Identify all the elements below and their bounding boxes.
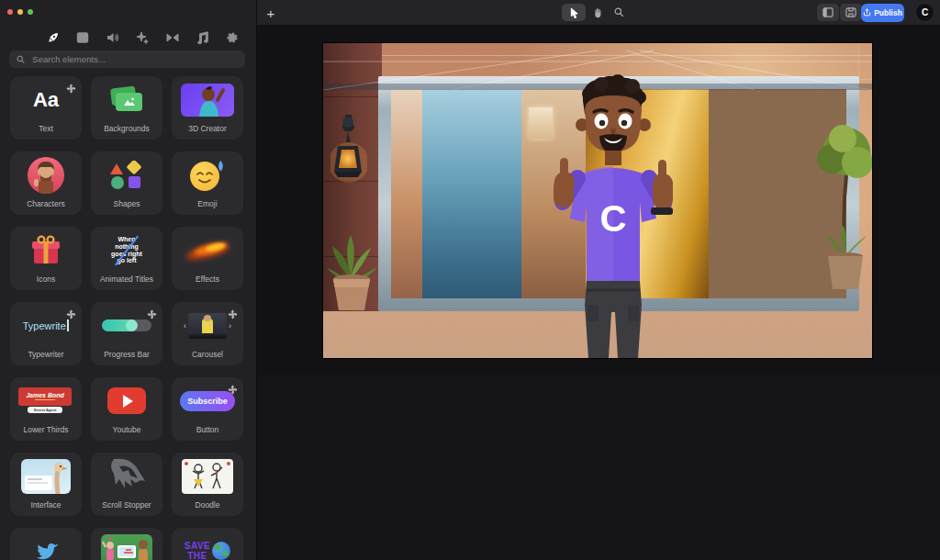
scroll-stopper-thumb (91, 454, 162, 498)
animated-title-sample: When nothing goes right go left (91, 229, 162, 272)
publish-button[interactable]: Publish (861, 4, 904, 22)
tab-elements[interactable] (45, 29, 62, 46)
card-youtube[interactable]: Youtube (91, 377, 162, 441)
card-label: Scroll Stopper (91, 500, 162, 510)
card-twitter[interactable] (10, 528, 82, 560)
card-animated-titles[interactable]: When nothing goes right go left Animated… (91, 227, 162, 290)
minimize-button[interactable] (17, 9, 23, 15)
search-input[interactable] (30, 53, 238, 65)
doodle-thumb (172, 454, 243, 498)
save-icon (845, 7, 856, 17)
tab-settings[interactable] (224, 29, 241, 46)
twitter-bird-icon (10, 530, 82, 560)
close-button[interactable] (7, 9, 13, 15)
card-save-planet[interactable]: SAVE THE (172, 528, 243, 560)
subscribe-button-sample: Subscribe (180, 391, 235, 411)
move-icon[interactable] (66, 307, 76, 323)
card-interface[interactable]: Interface (10, 453, 82, 516)
search-icon (17, 55, 25, 64)
card-label: 3D Creator (172, 124, 243, 133)
tab-files[interactable] (15, 29, 31, 46)
card-progress-bar[interactable]: Progress Bar (91, 302, 162, 365)
card-shapes[interactable]: Shapes (91, 151, 162, 215)
glass-door-left (422, 89, 521, 298)
characters-thumb (10, 153, 82, 196)
canvas-search-button[interactable] (610, 4, 627, 21)
lower-third-sample: James Bond Secret Agent (10, 379, 82, 422)
sidebar-tabs (15, 29, 241, 46)
move-icon[interactable] (228, 382, 238, 398)
card-carousel[interactable]: ‹ › Carousel (172, 302, 243, 365)
character-3d[interactable]: C (537, 73, 688, 358)
potted-tree-right (815, 117, 872, 314)
gift-icon (10, 229, 82, 272)
text-sample: Aa (33, 88, 59, 112)
card-label: Button (172, 425, 243, 434)
toggle-panel-button[interactable] (817, 4, 839, 21)
card-label: Characters (10, 199, 82, 208)
potted-plant-left (323, 231, 380, 314)
kids-template-thumb (91, 530, 162, 560)
select-tool-button[interactable] (562, 4, 586, 21)
card-button[interactable]: Subscribe Button (172, 377, 243, 441)
typewriter-sample: Typewrite (23, 320, 66, 331)
tab-music[interactable] (194, 29, 210, 46)
card-emoji[interactable]: Emoji (172, 151, 243, 215)
left-panel: Aa Text Backgrounds (0, 0, 257, 560)
scene-canvas[interactable]: C (323, 43, 872, 358)
card-label: Progress Bar (91, 350, 162, 359)
card-effects[interactable]: Effects (172, 227, 243, 290)
cursor-icon (569, 7, 579, 18)
interface-thumb (10, 454, 82, 498)
card-label: Doodle (172, 500, 243, 510)
window-controls (7, 9, 33, 15)
tab-effects[interactable] (134, 29, 151, 46)
element-search (9, 50, 245, 68)
backgrounds-icon (91, 78, 162, 121)
card-label: Backgrounds (91, 124, 162, 133)
move-icon[interactable] (147, 307, 157, 323)
chevron-left-icon: ‹ (184, 321, 186, 330)
card-label: Shapes (91, 199, 162, 208)
card-typewriter[interactable]: Typewrite Typewriter (10, 302, 82, 365)
tab-audio[interactable] (105, 29, 121, 46)
app-window: Aa Text Backgrounds (0, 0, 940, 560)
search-icon (614, 7, 624, 17)
card-kids-template[interactable] (91, 528, 162, 560)
card-label: Animated Titles (91, 274, 162, 284)
card-label: Lower Thirds (10, 425, 82, 434)
move-icon[interactable] (228, 307, 238, 323)
card-text[interactable]: Aa Text (10, 76, 82, 140)
move-icon[interactable] (66, 81, 76, 97)
card-lower-thirds[interactable]: James Bond Secret Agent Lower Thirds (10, 377, 82, 441)
card-doodle[interactable]: Doodle (172, 453, 243, 516)
emoji-icon (172, 153, 243, 196)
fire-effect-thumb (172, 229, 243, 272)
card-backgrounds[interactable]: Backgrounds (91, 76, 162, 140)
svg-text:C: C (600, 198, 627, 239)
tab-templates[interactable] (74, 29, 91, 46)
card-characters[interactable]: Characters (10, 151, 82, 215)
card-label: Emoji (172, 199, 243, 208)
glass-door-right (709, 89, 802, 298)
card-label: Interface (10, 500, 82, 510)
panel-layout-icon (822, 7, 834, 17)
earth-icon (212, 542, 230, 560)
card-label: Icons (10, 274, 82, 284)
tab-transitions[interactable] (164, 29, 181, 46)
card-label: Typewriter (10, 350, 82, 359)
pan-tool-button[interactable] (589, 4, 606, 21)
wall-lamp (330, 115, 367, 207)
zoom-button[interactable] (28, 9, 33, 15)
account-avatar[interactable]: C (915, 3, 934, 22)
card-label: Text (10, 124, 82, 133)
card-label: Youtube (91, 425, 162, 434)
card-scroll-stopper[interactable]: Scroll Stopper (91, 453, 162, 516)
youtube-icon (91, 379, 162, 422)
card-icons[interactable]: Icons (10, 227, 82, 290)
element-cards: Aa Text Backgrounds (10, 76, 247, 560)
add-scene-button[interactable]: + (262, 4, 280, 22)
hand-icon (593, 7, 603, 18)
save-button[interactable] (840, 4, 862, 21)
card-3d-creator[interactable]: 3D Creator (172, 76, 243, 140)
